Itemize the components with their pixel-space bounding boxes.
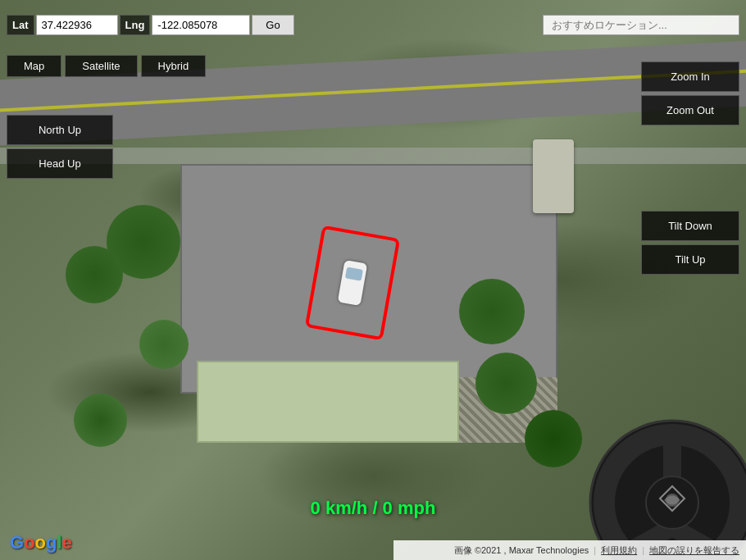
lng-label: Lng — [120, 15, 151, 35]
go-button[interactable]: Go — [252, 15, 293, 35]
steering-wheel — [582, 412, 746, 560]
tree — [74, 394, 127, 447]
lng-input[interactable] — [152, 15, 250, 35]
report-link[interactable]: 地図の誤りを報告する — [649, 544, 739, 557]
left-nav-buttons: North Up Head Up — [7, 115, 113, 179]
car-windshield — [345, 267, 363, 281]
lat-lng-container: Lat Lng Go — [7, 15, 294, 35]
tree — [459, 279, 525, 344]
right-nav-buttons: Zoom In Zoom Out Tilt Down Tilt Up — [641, 61, 739, 275]
copyright-bar: 画像 ©2021 , Maxar Technologies | 利用規約 | 地… — [393, 540, 746, 560]
copyright-text: 画像 ©2021 , Maxar Technologies — [454, 544, 589, 557]
building — [197, 361, 459, 443]
head-up-button[interactable]: Head Up — [7, 148, 113, 179]
tracked-car — [320, 238, 385, 328]
zoom-out-button[interactable]: Zoom Out — [641, 95, 739, 125]
north-up-button[interactable]: North Up — [7, 115, 113, 145]
hybrid-button[interactable]: Hybrid — [141, 55, 207, 77]
parked-car — [533, 139, 574, 213]
terms-link[interactable]: 利用規約 — [601, 544, 637, 557]
map-container[interactable]: 0 km/h / 0 mph Google 画像 ©2021 , Maxar T… — [0, 0, 746, 560]
speed-display: 0 km/h / 0 mph — [311, 498, 436, 519]
separator2: | — [642, 545, 644, 555]
recommend-input[interactable] — [543, 15, 739, 35]
tree — [475, 353, 537, 414]
lat-input[interactable] — [36, 15, 118, 35]
map-type-bar: Map Satellite Hybrid — [0, 49, 312, 82]
tilt-down-button[interactable]: Tilt Down — [641, 211, 739, 241]
zoom-in-button[interactable]: Zoom In — [641, 61, 739, 92]
top-bar: Lat Lng Go — [0, 0, 746, 49]
lat-label: Lat — [7, 15, 34, 35]
tree — [525, 410, 582, 467]
google-logo: Google — [10, 532, 72, 553]
separator: | — [594, 545, 596, 555]
map-button[interactable]: Map — [7, 55, 61, 77]
satellite-button[interactable]: Satellite — [65, 55, 137, 77]
tilt-up-button[interactable]: Tilt Up — [641, 244, 739, 275]
tree — [66, 246, 123, 303]
tree — [139, 320, 189, 369]
